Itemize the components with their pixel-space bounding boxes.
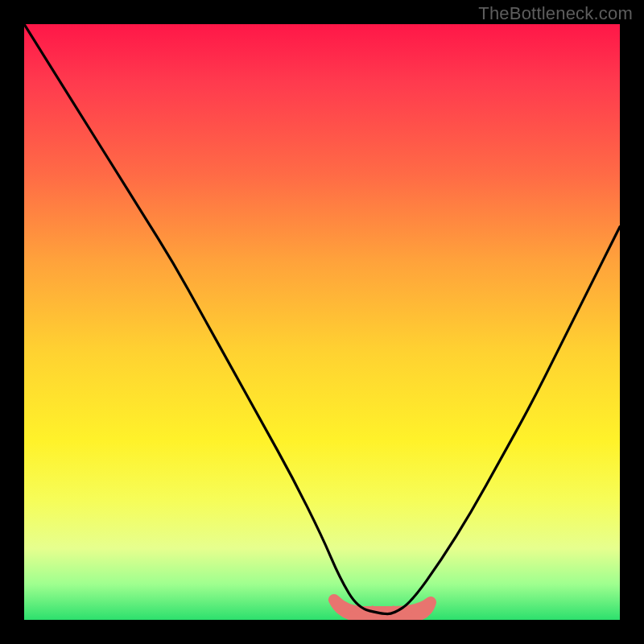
watermark-text: TheBottleneck.com <box>478 3 633 24</box>
bottleneck-curve <box>24 24 620 614</box>
chart-svg <box>24 24 620 620</box>
plot-area <box>24 24 620 620</box>
chart-stage: TheBottleneck.com <box>0 0 644 644</box>
